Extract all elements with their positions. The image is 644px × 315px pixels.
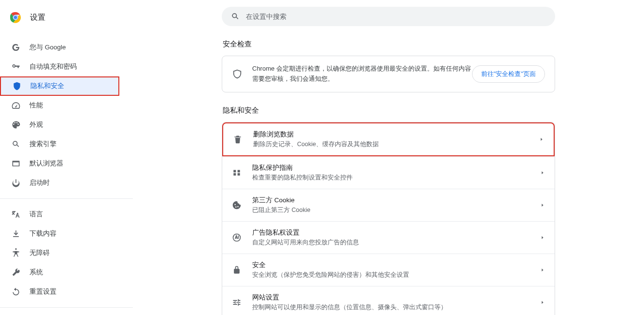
lock-icon	[232, 265, 242, 275]
sidebar-item-label: 搜索引擎	[29, 140, 57, 149]
nav-divider	[0, 198, 133, 199]
shield-icon	[12, 81, 22, 91]
main-content: 安全检查 Chrome 会定期进行检查，以确保您的浏览器使用最安全的设置。如有任…	[133, 0, 644, 315]
sidebar-item-label: 外观	[29, 120, 43, 129]
key-icon	[11, 62, 21, 72]
row-title: 第三方 Cookie	[252, 196, 540, 205]
download-icon	[11, 229, 21, 239]
sidebar-item-label: 您与 Google	[29, 43, 66, 52]
sidebar-item-languages[interactable]: 语言	[0, 205, 118, 224]
safety-check-text: Chrome 会定期进行检查，以确保您的浏览器使用最安全的设置。如有任何内容需要…	[252, 64, 472, 84]
sidebar-item-label: 隐私和安全	[30, 82, 64, 90]
trash-icon	[233, 135, 243, 144]
chevron-right-icon	[540, 170, 545, 175]
sidebar-item-label: 语言	[29, 210, 43, 219]
row-title: 隐私保护指南	[252, 164, 540, 172]
row-desc: 删除历史记录、Cookie、缓存内容及其他数据	[253, 140, 539, 149]
sidebar: 设置 您与 Google 自动填充和密码 隐私和安全	[0, 0, 133, 315]
chevron-right-icon	[540, 300, 545, 305]
row-title: 网站设置	[252, 293, 540, 302]
sidebar-item-label: 无障碍	[29, 249, 50, 257]
search-icon	[11, 139, 21, 149]
row-title: 删除浏览数据	[253, 130, 539, 139]
search-icon	[230, 12, 240, 21]
chevron-right-icon	[540, 235, 545, 240]
sidebar-item-reset[interactable]: 重置设置	[0, 282, 118, 301]
sidebar-item-system[interactable]: 系统	[0, 263, 118, 282]
sidebar-item-appearance[interactable]: 外观	[0, 115, 118, 135]
chrome-logo-icon	[10, 12, 21, 23]
row-third-party-cookies[interactable]: 第三方 Cookie 已阻止第三方 Cookie	[222, 189, 555, 221]
sidebar-item-label: 启动时	[29, 179, 50, 187]
safety-check-button[interactable]: 前往"安全检查"页面	[472, 65, 545, 83]
sidebar-item-label: 下载内容	[29, 229, 57, 238]
speedometer-icon	[11, 101, 21, 110]
shield-outline-icon	[232, 69, 243, 79]
tune-icon	[232, 298, 242, 307]
browser-icon	[11, 159, 21, 168]
sidebar-item-label: 性能	[29, 101, 43, 110]
row-site-settings[interactable]: 网站设置 控制网站可以使用和显示的信息（位置信息、摄像头、弹出式窗口等）	[222, 286, 555, 315]
sidebar-item-label: 系统	[29, 268, 43, 277]
accessibility-icon	[11, 248, 21, 258]
row-ad-privacy[interactable]: 广告隐私权设置 自定义网站可用来向您投放广告的信息	[222, 221, 555, 254]
sidebar-item-on-startup[interactable]: 启动时	[0, 173, 118, 193]
sidebar-item-label: 默认浏览器	[29, 159, 63, 168]
row-desc: 自定义网站可用来向您投放广告的信息	[252, 239, 540, 247]
cookie-icon	[232, 200, 242, 210]
page-title: 设置	[30, 13, 45, 23]
sidebar-item-you-and-google[interactable]: 您与 Google	[0, 38, 118, 57]
safety-check-card: Chrome 会定期进行检查，以确保您的浏览器使用最安全的设置。如有任何内容需要…	[222, 56, 555, 92]
wrench-icon	[11, 268, 21, 277]
row-title: 广告隐私权设置	[252, 228, 540, 237]
sidebar-header: 设置	[0, 8, 133, 32]
row-clear-browsing-data[interactable]: 删除浏览数据 删除历史记录、Cookie、缓存内容及其他数据	[222, 122, 555, 156]
translate-icon	[11, 210, 21, 219]
ad-icon	[232, 233, 242, 242]
row-desc: 控制网站可以使用和显示的信息（位置信息、摄像头、弹出式窗口等）	[252, 303, 540, 312]
search-bar[interactable]	[222, 7, 555, 26]
sidebar-item-privacy[interactable]: 隐私和安全	[0, 76, 119, 96]
row-security[interactable]: 安全 安全浏览（保护您免受危险网站的侵害）和其他安全设置	[222, 254, 555, 286]
row-privacy-guide[interactable]: 隐私保护指南 检查重要的隐私控制设置和安全控件	[222, 156, 555, 189]
chevron-right-icon	[539, 137, 544, 142]
sidebar-item-performance[interactable]: 性能	[0, 96, 118, 115]
row-desc: 安全浏览（保护您免受危险网站的侵害）和其他安全设置	[252, 271, 540, 279]
sidebar-item-search-engine[interactable]: 搜索引擎	[0, 135, 118, 154]
sidebar-item-label: 重置设置	[29, 287, 57, 296]
reset-icon	[11, 287, 21, 297]
row-desc: 检查重要的隐私控制设置和安全控件	[252, 174, 540, 182]
svg-point-2	[14, 15, 17, 19]
sidebar-item-default-browser[interactable]: 默认浏览器	[0, 154, 118, 173]
chevron-right-icon	[540, 203, 545, 208]
palette-icon	[11, 120, 21, 130]
sidebar-item-autofill[interactable]: 自动填充和密码	[0, 57, 118, 76]
section-title-safety: 安全检查	[223, 40, 555, 49]
row-desc: 已阻止第三方 Cookie	[252, 206, 540, 214]
sidebar-item-label: 自动填充和密码	[29, 62, 77, 71]
nav-primary: 您与 Google 自动填充和密码 隐私和安全 性能	[0, 38, 133, 193]
row-title: 安全	[252, 261, 540, 270]
section-title-privacy: 隐私和安全	[223, 106, 555, 115]
chevron-right-icon	[540, 268, 545, 272]
guide-icon	[232, 168, 242, 178]
power-icon	[11, 178, 21, 188]
privacy-card: 删除浏览数据 删除历史记录、Cookie、缓存内容及其他数据 隐私保护指南 检查…	[222, 122, 555, 315]
search-input[interactable]	[246, 13, 546, 20]
sidebar-item-downloads[interactable]: 下载内容	[0, 224, 118, 243]
nav-secondary: 语言 下载内容 无障碍 系统	[0, 205, 133, 301]
google-g-icon	[11, 43, 21, 52]
sidebar-item-accessibility[interactable]: 无障碍	[0, 243, 118, 263]
nav-divider	[0, 307, 133, 308]
